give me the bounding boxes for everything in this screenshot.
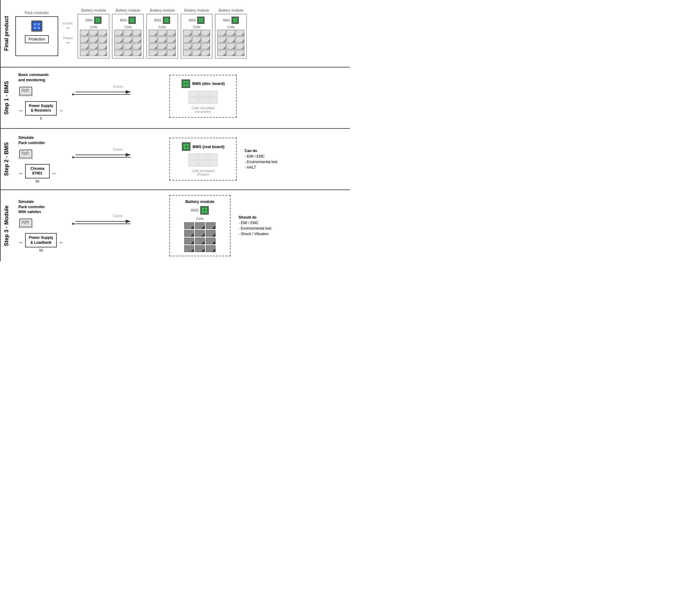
cell xyxy=(89,43,98,49)
step2-double-arrow-right: ↔ xyxy=(51,171,56,176)
step1-left: Basic commandsand monitoring ↔ xyxy=(18,72,68,120)
step3-cost: $$ xyxy=(39,248,43,252)
cell xyxy=(201,43,210,49)
step2-comm-arrow-svg xyxy=(72,152,134,160)
svg-rect-91 xyxy=(202,211,204,213)
step3-row: Step 3 - Module SimulatePack controllerW… xyxy=(0,190,350,261)
svg-rect-2 xyxy=(34,23,36,25)
svg-rect-25 xyxy=(129,18,135,23)
sim-cell xyxy=(198,160,207,167)
step2-cells-simulated-grid xyxy=(189,154,217,167)
bm3-bms-label: BMS xyxy=(154,18,161,22)
battery-module-4: BMS Cells xyxy=(181,14,212,58)
step3-cells-dark-grid xyxy=(184,222,216,252)
bm4-cells-grid xyxy=(183,30,210,56)
comm-power-arrows: Comm. ↔ Power ↔ xyxy=(62,22,73,45)
step3-should-do-item-2: - Environmental test xyxy=(239,226,271,230)
bm2-bms-row: BMS xyxy=(120,16,136,24)
step3-comm-label: Comm. xyxy=(113,214,124,218)
sim-cell xyxy=(208,98,217,104)
step1-label: Step 1 - BMS xyxy=(0,68,12,128)
cell xyxy=(236,43,244,49)
bm1-title: Battery module xyxy=(81,8,106,12)
comm-text: Comm. xyxy=(62,22,73,25)
svg-rect-77 xyxy=(187,144,189,146)
final-product-row: Final product Pack controller xyxy=(0,0,350,68)
step3-bms-row: BMS xyxy=(191,206,209,215)
final-product-content: Pack controller xyxy=(12,0,350,67)
step2-bms-dev-label: BMS (real board) xyxy=(193,144,224,149)
cell xyxy=(124,36,132,43)
real-cell xyxy=(195,245,205,252)
step2-description: SimulatePack controller xyxy=(18,135,45,146)
svg-rect-21 xyxy=(98,18,100,20)
svg-rect-27 xyxy=(132,18,134,20)
bm1-cells-grid xyxy=(80,30,107,56)
svg-rect-19 xyxy=(95,18,101,23)
pack-controller-group: Pack controller xyxy=(15,11,58,56)
step3-comm-area: Comm. xyxy=(72,219,164,232)
cell xyxy=(149,30,157,36)
cell xyxy=(98,43,107,49)
step2-bms-dev-row: BMS (real board) xyxy=(181,142,224,151)
step1-comm-arrow-svg xyxy=(72,90,134,97)
cell xyxy=(167,36,176,43)
step1-instrument-col: Power Supply& Resistors $ xyxy=(25,101,57,120)
battery-module-col-1: Battery module BMS xyxy=(78,8,109,58)
sim-cell xyxy=(189,91,198,97)
cell xyxy=(227,36,235,43)
diagram-container: Final product Pack controller xyxy=(0,0,350,261)
step3-laptop-icon xyxy=(18,218,33,229)
cell xyxy=(201,30,210,36)
step2-can-do-box: Can do - EMI / EMC - Environmental test … xyxy=(245,149,277,170)
svg-rect-92 xyxy=(205,211,207,213)
bm4-bms-label: BMS xyxy=(189,18,196,22)
battery-module-col-3: Battery module BMS xyxy=(146,8,178,58)
svg-rect-4 xyxy=(34,27,36,29)
step2-cells-simulated-label: Cells simulated(Power) xyxy=(192,169,215,176)
cell xyxy=(149,50,157,56)
step3-instrument-col: Power Supply& Loadbank $$ xyxy=(25,233,57,252)
step2-content: SimulatePack controller ↔ Chroma87001 $$ xyxy=(12,129,350,190)
step3-content: SimulatePack controllerWith safeties ↔ P… xyxy=(12,190,350,261)
step2-can-do-item-3: - HALT xyxy=(245,165,277,170)
step3-should-do-box: Should do - EMI / EMC - Environmental te… xyxy=(239,215,271,236)
cell xyxy=(124,43,132,49)
cell xyxy=(167,50,176,56)
step3-cells-label: Cells xyxy=(196,217,204,221)
battery-module-3: BMS Cells xyxy=(146,14,178,58)
sim-cell xyxy=(208,160,217,167)
battery-module-col-2: Battery module BMS xyxy=(112,8,144,58)
step3-comm-arrow-svg xyxy=(72,219,134,226)
cell xyxy=(133,36,141,43)
bm3-cells-grid xyxy=(149,30,176,56)
step3-bms-label: BMS xyxy=(191,208,199,212)
bm4-bms-row: BMS xyxy=(189,16,205,24)
bm5-cells-label: Cells xyxy=(227,25,234,29)
cell xyxy=(133,50,141,56)
cell xyxy=(115,50,123,56)
svg-rect-3 xyxy=(38,23,40,25)
svg-rect-23 xyxy=(98,21,100,22)
battery-modules-row: Battery module BMS xyxy=(78,8,247,58)
svg-rect-31 xyxy=(164,18,169,23)
cell xyxy=(149,43,157,49)
cell xyxy=(192,50,201,56)
battery-module-2: BMS Cells xyxy=(112,14,144,58)
step2-laptop-icon xyxy=(18,149,33,160)
cell xyxy=(133,30,141,36)
bm5-title: Battery module xyxy=(219,8,244,12)
svg-rect-33 xyxy=(167,18,168,20)
cell xyxy=(183,36,192,43)
svg-rect-41 xyxy=(201,21,203,22)
bm4-cells-label: Cells xyxy=(193,25,200,29)
step2-label: Step 2 - BMS xyxy=(0,129,12,190)
cell xyxy=(115,30,123,36)
step1-row: Step 1 - BMS Basic commandsand monitorin… xyxy=(0,68,350,129)
svg-rect-78 xyxy=(184,147,185,149)
svg-rect-22 xyxy=(96,21,98,22)
sim-cell xyxy=(189,154,198,160)
bm3-title: Battery module xyxy=(150,8,175,12)
pack-controller-block: Protection xyxy=(15,16,58,56)
svg-rect-47 xyxy=(235,21,237,22)
